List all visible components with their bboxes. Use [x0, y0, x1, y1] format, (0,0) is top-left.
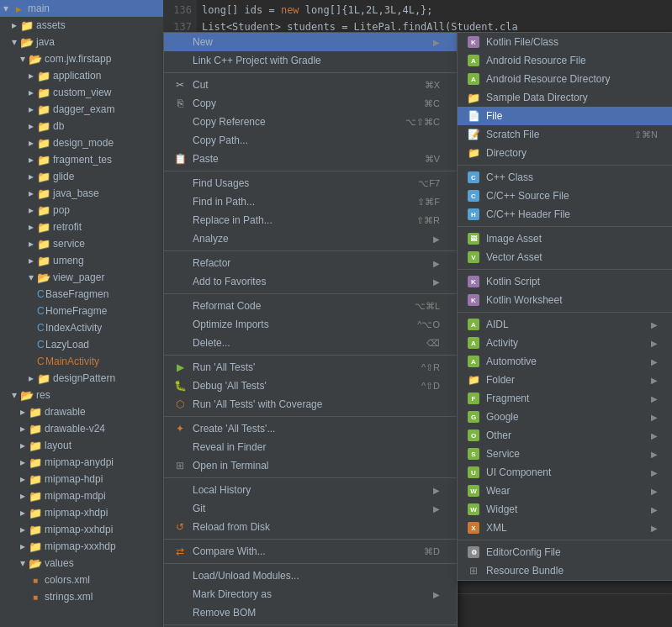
menu-item-link-cpp[interactable]: Link C++ Project with Gradle: [164, 51, 457, 70]
menu-item-other[interactable]: O Other ▶: [458, 426, 672, 445]
menu-item-xml[interactable]: X XML ▶: [458, 519, 672, 537]
tree-item-umeng[interactable]: ▸ 📁 umeng: [0, 252, 163, 269]
tree-item-view-pager[interactable]: ▾ 📂 view_pager: [0, 269, 163, 286]
menu-item-find-in-path[interactable]: Find in Path... ⇧⌘F: [164, 192, 457, 211]
tree-item-mipmap-xhdpi[interactable]: ▸ 📁 mipmap-xhdpi: [0, 504, 163, 521]
tree-item-dagger[interactable]: ▸ 📁 dagger_exam: [0, 101, 163, 118]
tree-item-service[interactable]: ▸ 📁 service: [0, 235, 163, 252]
menu-item-google[interactable]: G Google ▶: [458, 408, 672, 426]
menu-item-kotlin-worksheet[interactable]: K Kotlin Worksheet: [458, 291, 672, 309]
menu-item-reload[interactable]: ↺ Reload from Disk: [164, 518, 457, 536]
tree-item-colors[interactable]: ■ colors.xml: [0, 572, 163, 588]
tree-item-drawable-v24[interactable]: ▸ 📁 drawable-v24: [0, 420, 163, 437]
tree-item-basefragment[interactable]: C BaseFragmen: [0, 286, 163, 303]
menu-item-replace-in-path[interactable]: Replace in Path... ⇧⌘R: [164, 211, 457, 229]
tree-item-layout[interactable]: ▸ 📁 layout: [0, 437, 163, 454]
menu-item-create-tests[interactable]: ✦ Create 'All Tests'...: [164, 419, 457, 438]
menu-item-ui-component[interactable]: U UI Component ▶: [458, 463, 672, 482]
tree-item-fragment[interactable]: ▸ 📁 fragment_tes: [0, 151, 163, 168]
menu-item-optimize-imports[interactable]: Optimize Imports ^⌥O: [164, 315, 457, 334]
menu-item-cpp-source[interactable]: C C/C++ Source File: [458, 187, 672, 205]
menu-item-compare[interactable]: ⇄ Compare With... ⌘D: [164, 542, 457, 561]
menu-item-cpp-class[interactable]: C C++ Class: [458, 168, 672, 187]
tree-item-mainactivity[interactable]: C MainActivity: [0, 353, 163, 370]
menu-item-debug-tests[interactable]: 🐛 Debug 'All Tests' ^⇧D: [164, 377, 457, 395]
tree-item-pop[interactable]: ▸ 📁 pop: [0, 202, 163, 219]
tree-item-package[interactable]: ▾ 📂 com.jw.firstapp: [0, 50, 163, 67]
tree-item-mipmap-mdpi[interactable]: ▸ 📁 mipmap-mdpi: [0, 487, 163, 504]
menu-item-cut[interactable]: ✂ Cut ⌘X: [164, 76, 457, 94]
menu-item-android-resource-file[interactable]: A Android Resource File: [458, 51, 672, 70]
tree-item-mipmap-xxhdpi[interactable]: ▸ 📁 mipmap-xxhdpi: [0, 521, 163, 538]
menu-item-editorconfig[interactable]: ⚙ EditorConfig File: [458, 543, 672, 561]
menu-item-run-coverage[interactable]: ⬡ Run 'All Tests' with Coverage: [164, 395, 457, 414]
menu-item-image-asset[interactable]: 🖼 Image Asset: [458, 229, 672, 248]
menu-item-scratch[interactable]: 📝 Scratch File ⇧⌘N: [458, 125, 672, 144]
menu-item-aidl[interactable]: A AIDL ▶: [458, 315, 672, 334]
menu-item-directory[interactable]: 📁 Directory: [458, 144, 672, 162]
menu-item-widget[interactable]: W Widget ▶: [458, 500, 672, 519]
menu-item-file[interactable]: 📄 File: [458, 107, 672, 125]
tree-item-db[interactable]: ▸ 📁 db: [0, 118, 163, 134]
menu-item-load-modules[interactable]: Load/Unload Modules...: [164, 566, 457, 585]
menu-item-favorites[interactable]: Add to Favorites ▶: [164, 272, 457, 291]
tree-item-mipmap-hdpi[interactable]: ▸ 📁 mipmap-hdpi: [0, 471, 163, 487]
menu-item-run-tests[interactable]: ▶ Run 'All Tests' ^⇧R: [164, 358, 457, 377]
menu-item-service[interactable]: S Service ▶: [458, 445, 672, 463]
menu-item-reformat[interactable]: Reformat Code ⌥⌘L: [164, 297, 457, 315]
menu-item-sample-data-dir[interactable]: 📁 Sample Data Directory: [458, 88, 672, 107]
menu-item-wear[interactable]: W Wear ▶: [458, 482, 672, 500]
tree-item-mipmap-xxxhdp[interactable]: ▸ 📁 mipmap-xxxhdp: [0, 538, 163, 555]
context-menu-new[interactable]: K Kotlin File/Class A Android Resource F…: [457, 32, 672, 581]
tree-item-main[interactable]: ▾ ▸ main: [0, 0, 163, 17]
menu-item-paste[interactable]: 📋 Paste ⌘V: [164, 150, 457, 168]
find-icon: [172, 176, 188, 191]
menu-item-local-history[interactable]: Local History ▶: [164, 481, 457, 499]
tree-item-java-base[interactable]: ▸ 📁 java_base: [0, 185, 163, 202]
menu-item-activity[interactable]: A Activity ▶: [458, 334, 672, 352]
tree-item-homefragment[interactable]: C HomeFragme: [0, 303, 163, 319]
tree-item-designpattern[interactable]: ▸ 📁 designPattern: [0, 370, 163, 387]
menu-item-copy-path[interactable]: Copy Path...: [164, 131, 457, 150]
favorites-icon: [172, 274, 188, 289]
menu-item-resource-bundle[interactable]: ⊞ Resource Bundle: [458, 561, 672, 580]
menu-item-folder[interactable]: 📁 Folder ▶: [458, 371, 672, 389]
menu-item-remove-bom[interactable]: Remove BOM: [164, 603, 457, 622]
tree-item-custom-view[interactable]: ▸ 📁 custom_view: [0, 84, 163, 101]
menu-item-kotlin-file[interactable]: K Kotlin File/Class: [458, 33, 672, 51]
tree-item-res[interactable]: ▾ 📂 res: [0, 387, 163, 403]
menu-item-git[interactable]: Git ▶: [164, 499, 457, 518]
menu-item-mark-directory[interactable]: Mark Directory as ▶: [164, 585, 457, 603]
tree-item-indexactivity[interactable]: C IndexActivity: [0, 319, 163, 336]
menu-item-vector-asset[interactable]: V Vector Asset: [458, 248, 672, 266]
tree-item-assets[interactable]: ▸ 📁 assets: [0, 17, 163, 34]
menu-item-delete[interactable]: Delete... ⌫: [164, 334, 457, 352]
menu-item-fragment[interactable]: F Fragment ▶: [458, 389, 672, 408]
menu-item-automotive[interactable]: A Automotive ▶: [458, 352, 672, 371]
arrow-icon: ▶: [651, 339, 658, 348]
menu-item-cpp-header[interactable]: H C/C++ Header File: [458, 205, 672, 224]
tree-item-application[interactable]: ▸ 📁 application: [0, 67, 163, 84]
tree-item-glide[interactable]: ▸ 📁 glide: [0, 168, 163, 185]
menu-item-refactor[interactable]: Refactor ▶: [164, 254, 457, 272]
menu-item-analyze[interactable]: Analyze ▶: [164, 229, 457, 248]
tree-item-retrofit[interactable]: ▸ 📁 retrofit: [0, 219, 163, 235]
menu-item-terminal[interactable]: ⊞ Open in Terminal: [164, 456, 457, 475]
menu-item-kotlin-script[interactable]: K Kotlin Script: [458, 272, 672, 291]
menu-item-copy-reference[interactable]: Copy Reference ⌥⇧⌘C: [164, 113, 457, 131]
arrow-icon: C: [37, 356, 45, 367]
menu-item-new[interactable]: New ▶: [164, 33, 457, 51]
tree-item-strings[interactable]: ■ strings.xml: [0, 588, 163, 605]
menu-item-reveal[interactable]: Reveal in Finder: [164, 438, 457, 456]
tree-item-java[interactable]: ▾ 📂 java: [0, 34, 163, 50]
context-menu-1[interactable]: New ▶ Link C++ Project with Gradle ✂ Cut…: [163, 32, 458, 627]
tree-item-drawable[interactable]: ▸ 📁 drawable: [0, 403, 163, 420]
tree-item-lazyload[interactable]: C LazyLoad: [0, 336, 163, 353]
arrow-icon: ▶: [651, 468, 658, 477]
tree-item-values[interactable]: ▾ 📂 values: [0, 555, 163, 572]
tree-item-design[interactable]: ▸ 📁 design_mode: [0, 134, 163, 151]
menu-item-find-usages[interactable]: Find Usages ⌥F7: [164, 174, 457, 192]
menu-item-android-resource-dir[interactable]: A Android Resource Directory: [458, 70, 672, 88]
tree-item-mipmap-anydpi[interactable]: ▸ 📁 mipmap-anydpi: [0, 454, 163, 471]
menu-item-copy[interactable]: ⎘ Copy ⌘C: [164, 94, 457, 113]
